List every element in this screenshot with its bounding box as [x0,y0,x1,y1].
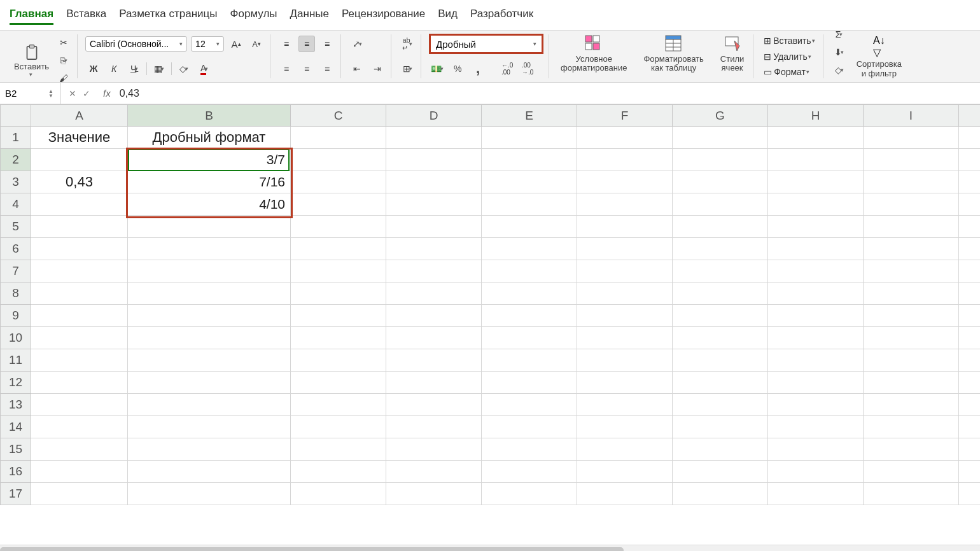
tab-developer[interactable]: Разработчик [470,5,533,25]
decrease-indent-button[interactable]: ⇤ [349,60,365,77]
underline-button[interactable]: Ч▾ [126,60,143,77]
align-left-button[interactable]: ≡ [278,60,295,77]
cell[interactable] [291,127,386,149]
paste-label: Вставить [14,62,49,71]
row-header[interactable]: 1 [1,127,31,149]
cell-B2[interactable]: 3/7 [128,149,291,171]
cell-styles-button[interactable]: Стили ячеек [717,34,748,73]
currency-button[interactable]: 💵▾ [429,60,445,77]
sort-filter-button[interactable]: A↓▽ Сортировка и фильтр [853,35,906,78]
cell-A4[interactable] [31,193,128,216]
select-all-corner[interactable] [1,105,31,127]
tab-review[interactable]: Рецензирование [342,5,425,25]
comma-style-button[interactable]: , [470,60,486,77]
increase-font-button[interactable]: A▴ [228,36,244,52]
tab-view[interactable]: Вид [438,5,458,25]
scrollbar-thumb[interactable] [0,547,624,551]
cell-B1[interactable]: Дробный формат [128,127,291,149]
autosum-button[interactable]: Σ▾ [831,26,848,43]
font-name-select[interactable]: Calibri (Основной...▾ [85,36,187,52]
format-as-table-button[interactable]: Форматировать как таблицу [640,34,707,73]
col-header-F[interactable]: F [577,105,673,127]
orientation-button[interactable]: ⤢▾ [349,36,365,52]
percent-button[interactable]: % [449,60,466,77]
cell-A2[interactable] [31,149,128,171]
col-header-I[interactable]: I [864,105,959,127]
insert-cells-button[interactable]: ⊞ Вставить ▾ [761,34,817,47]
col-header-A[interactable]: A [31,105,128,127]
cell-B3[interactable]: 7/16 [128,171,291,193]
increase-decimal-button[interactable]: ←.0.00 [499,60,515,77]
tab-data[interactable]: Данные [290,5,329,25]
col-header-C[interactable]: C [291,105,386,127]
row-header[interactable]: 3 [1,171,31,193]
fill-color-button[interactable]: ◇▾ [176,60,192,77]
align-top-button[interactable]: ≡ [278,36,295,52]
font-color-button[interactable]: A▾ [196,60,213,77]
col-header-J[interactable]: J [959,105,981,127]
number-format-select[interactable]: Дробный▾ [429,34,543,54]
cell-B4[interactable]: 4/10 [128,193,291,216]
copy-button[interactable]: ⎘▾ [55,52,72,69]
increase-indent-button[interactable]: ⇥ [369,60,386,77]
row-header[interactable]: 13 [1,394,31,416]
row-header[interactable]: 17 [1,483,31,505]
row-header[interactable]: 10 [1,327,31,349]
delete-cells-button[interactable]: ⊟ Удалить ▾ [761,50,817,63]
col-header-H[interactable]: H [768,105,864,127]
bold-button[interactable]: Ж [85,60,102,77]
row-header[interactable]: 11 [1,349,31,372]
cell-A1[interactable]: Значение [31,127,128,149]
col-header-B[interactable]: B [128,105,291,127]
row-header[interactable]: 4 [1,193,31,216]
tab-insert[interactable]: Вставка [66,5,106,25]
paste-button[interactable]: Вставить ▾ [11,34,52,87]
row-header[interactable]: 5 [1,216,31,238]
decrease-decimal-button[interactable]: .00→.0 [519,60,536,77]
row-header[interactable]: 6 [1,238,31,260]
formula-bar-row: B2 ▲▼ ✕ ✓ fx 0,43 [0,83,980,104]
namebox-spinner[interactable]: ▲▼ [48,89,55,98]
cancel-formula-button[interactable]: ✕ [69,88,76,99]
svg-rect-1 [29,45,34,48]
cell-A3[interactable]: 0,43 [31,171,128,193]
align-bottom-button[interactable]: ≡ [319,36,335,52]
align-middle-button[interactable]: ≡ [298,36,315,52]
svg-rect-3 [593,36,599,42]
group-styles: Условное форматирование Форматировать ка… [552,34,753,78]
fill-button[interactable]: ⬇▾ [831,44,848,60]
font-size-select[interactable]: 12▾ [191,36,224,52]
format-cells-button[interactable]: ▭ Формат ▾ [761,66,817,78]
align-right-button[interactable]: ≡ [319,60,335,77]
conditional-format-icon [584,34,603,53]
group-font: Calibri (Основной...▾ 12▾ A▴ A▾ Ж К Ч▾ ▦… [80,34,270,78]
row-header[interactable]: 9 [1,305,31,327]
tab-formulas[interactable]: Формулы [230,5,277,25]
align-center-button[interactable]: ≡ [298,60,315,77]
conditional-formatting-button[interactable]: Условное форматирование [557,34,631,73]
wrap-text-button[interactable]: ab↵▾ [399,36,416,52]
horizontal-scrollbar[interactable] [0,545,980,551]
formula-bar-input[interactable]: 0,43 [116,88,143,99]
row-header[interactable]: 15 [1,438,31,461]
row-header[interactable]: 8 [1,282,31,305]
italic-button[interactable]: К [106,60,122,77]
row-header[interactable]: 2 [1,149,31,171]
col-header-G[interactable]: G [673,105,768,127]
tab-home[interactable]: Главная [10,5,53,25]
row-header[interactable]: 16 [1,461,31,483]
row-header[interactable]: 12 [1,372,31,394]
col-header-D[interactable]: D [386,105,482,127]
clear-button[interactable]: ◇▾ [831,62,848,78]
decrease-font-button[interactable]: A▾ [248,36,265,52]
tab-page-layout[interactable]: Разметка страницы [119,5,217,25]
fx-label[interactable]: fx [98,88,116,99]
borders-button[interactable]: ▦▾ [151,60,167,77]
col-header-E[interactable]: E [482,105,577,127]
row-header[interactable]: 7 [1,260,31,282]
row-header[interactable]: 14 [1,416,31,438]
cut-button[interactable]: ✂ [55,34,72,51]
merge-cells-button[interactable]: ⊞▾ [399,60,416,77]
name-box[interactable]: B2 ▲▼ [0,83,61,104]
accept-formula-button[interactable]: ✓ [83,88,90,99]
